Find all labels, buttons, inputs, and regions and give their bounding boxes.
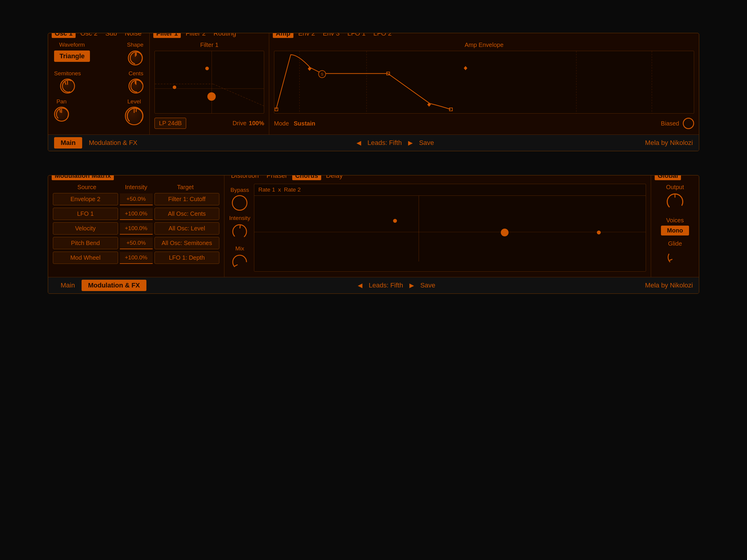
filter1-tab[interactable]: Filter 1	[153, 33, 181, 38]
mod-intensity-4[interactable]: +100.0%	[120, 252, 153, 264]
next-arrow-bottom[interactable]: ►	[408, 281, 416, 290]
next-arrow-top[interactable]: ►	[407, 138, 414, 148]
env3-tab[interactable]: Env 3	[320, 33, 342, 38]
bottom-bottom-bar: Main Modulation & FX ◄ Leads: Fifth ► Sa…	[48, 277, 699, 294]
amp-controls: Mode Sustain Biased	[274, 118, 694, 129]
filter-dot-2[interactable]	[173, 85, 176, 89]
bypass-label: Bypass	[230, 187, 249, 193]
save-button-bottom[interactable]: Save	[420, 281, 435, 289]
top-panel: Osc 1 Osc 2 Sub Noise Waveform Triangle …	[48, 33, 699, 151]
osc2-tab[interactable]: Osc 2	[77, 33, 100, 38]
routing-tab[interactable]: Routing	[210, 33, 239, 38]
fx-dot-2[interactable]	[597, 231, 600, 235]
intensity-header: Intensity	[120, 184, 153, 190]
svg-marker-24	[464, 66, 467, 70]
biased-group: Biased	[661, 118, 694, 129]
filter-dot-1[interactable]	[205, 67, 209, 70]
filter-type-button[interactable]: LP 24dB	[154, 118, 186, 129]
mod-row-3: Pitch Bend +50.0% All Osc: Semitones	[53, 237, 219, 249]
biased-knob[interactable]	[683, 118, 694, 129]
mod-intensity-1[interactable]: +100.0%	[120, 208, 153, 220]
phaser-tab[interactable]: Phaser	[263, 175, 290, 180]
intensity-knob[interactable]	[231, 223, 248, 241]
svg-text:S: S	[321, 72, 323, 76]
preset-name-bottom: Leads: Fifth	[369, 281, 403, 289]
svg-marker-17	[308, 67, 311, 71]
pan-knob[interactable]	[54, 107, 69, 122]
mod-target-3[interactable]: All Osc: Semitones	[154, 237, 220, 249]
mod-source-1[interactable]: LFO 1	[53, 208, 118, 220]
filter2-tab[interactable]: Filter 2	[183, 33, 209, 38]
source-header: Source	[54, 184, 120, 190]
cents-knob[interactable]	[128, 79, 144, 94]
top-panel-content: Osc 1 Osc 2 Sub Noise Waveform Triangle …	[48, 33, 699, 134]
filter-curve-svg	[155, 51, 264, 113]
main-button-bottom[interactable]: Main	[54, 280, 82, 291]
nav-area-top: ◄ Leads: Fifth ► Save	[144, 138, 645, 148]
svg-point-0	[129, 51, 142, 66]
mod-matrix-tab[interactable]: Modulation Matrix	[52, 175, 114, 180]
mod-intensity-3[interactable]: +50.0%	[120, 237, 153, 249]
prev-arrow-bottom[interactable]: ◄	[356, 281, 364, 290]
glide-knob[interactable]	[667, 249, 684, 267]
voices-label: Voices	[666, 217, 684, 224]
amp-envelope-svg: S	[274, 51, 694, 113]
osc1-tab[interactable]: Osc 1	[52, 33, 76, 38]
mod-intensity-0[interactable]: +50.0%	[120, 193, 153, 205]
filter-title: Filter 1	[154, 42, 264, 48]
mod-target-1[interactable]: All Osc: Cents	[154, 208, 220, 220]
lfo2-tab[interactable]: LFO 2	[370, 33, 395, 38]
voices-button[interactable]: Mono	[661, 226, 689, 235]
mod-target-4[interactable]: LFO 1: Depth	[154, 252, 220, 264]
svg-line-26	[240, 226, 240, 228]
bypass-intensity-col: Bypass Intensity	[229, 184, 250, 272]
distortion-tab[interactable]: Distortion	[228, 175, 262, 180]
global-tab[interactable]: Global	[655, 175, 681, 180]
mix-knob[interactable]	[231, 254, 248, 272]
chorus-tab[interactable]: Chorus	[292, 175, 321, 180]
mod-source-0[interactable]: Envelope 2	[53, 193, 118, 205]
bypass-knob[interactable]	[232, 195, 248, 211]
amp-tab[interactable]: Amp	[273, 33, 293, 38]
lfo1-tab[interactable]: LFO 1	[344, 33, 368, 38]
output-knob[interactable]	[666, 193, 684, 212]
filter-cutoff-dot[interactable]	[207, 92, 216, 101]
modfx-button-top[interactable]: Modulation & FX	[82, 137, 144, 149]
mode-label: Mode	[274, 120, 289, 127]
level-knob[interactable]	[125, 107, 144, 125]
save-button-top[interactable]: Save	[419, 139, 434, 147]
mod-source-4[interactable]: Mod Wheel	[53, 252, 118, 264]
mod-table-header: Source Intensity Target	[53, 184, 219, 193]
mod-target-0[interactable]: Filter 1: Cutoff	[154, 193, 220, 205]
main-button-top[interactable]: Main	[54, 137, 82, 149]
semitones-knob[interactable]	[60, 79, 75, 94]
shape-label: Shape	[127, 42, 144, 48]
sub-tab[interactable]: Sub	[102, 33, 120, 38]
fx-dot-1[interactable]	[393, 219, 397, 223]
pan-level-row: Pan Level	[54, 98, 144, 125]
mod-source-2[interactable]: Velocity	[53, 222, 118, 235]
fx-display: Rate 1 x Rate 2	[254, 184, 646, 272]
glide-knob-svg	[667, 249, 684, 266]
prev-arrow-top[interactable]: ◄	[355, 138, 363, 148]
filter-section: Filter 1 Filter 2 Routing Filter 1	[150, 33, 269, 134]
top-bottom-bar: Main Modulation & FX ◄ Leads: Fifth ► Sa…	[48, 134, 699, 151]
synth-ui: Osc 1 Osc 2 Sub Noise Waveform Triangle …	[48, 33, 699, 294]
fx-dot-large[interactable]	[501, 229, 509, 236]
bottom-panel: Modulation Matrix Source Intensity Targe…	[48, 175, 699, 294]
pan-knob-svg	[55, 107, 68, 122]
waveform-button[interactable]: Triangle	[54, 51, 90, 62]
noise-tab[interactable]: Noise	[122, 33, 145, 38]
delay-tab[interactable]: Delay	[323, 175, 346, 180]
mix-knob-svg	[231, 254, 248, 271]
mod-source-3[interactable]: Pitch Bend	[53, 237, 118, 249]
global-section: Global Output	[651, 175, 699, 277]
mod-intensity-2[interactable]: +100.0%	[120, 223, 153, 235]
modfx-button-bottom[interactable]: Modulation & FX	[82, 280, 147, 291]
mod-row-0: Envelope 2 +50.0% Filter 1: Cutoff	[53, 193, 219, 205]
env2-tab[interactable]: Env 2	[295, 33, 318, 38]
cents-knob-svg	[129, 79, 143, 94]
shape-knob[interactable]	[128, 51, 143, 66]
fx-canvas	[254, 196, 646, 261]
mod-target-2[interactable]: All Osc: Level	[154, 222, 220, 235]
